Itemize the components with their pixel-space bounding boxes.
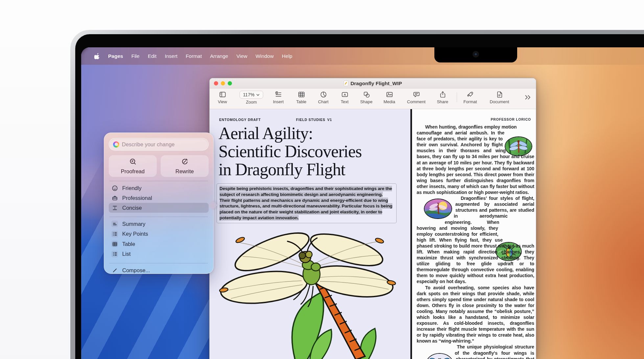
toolbar-media-button[interactable]: Media	[378, 91, 401, 104]
concise-icon	[111, 204, 118, 211]
document-page-left: ENTOMOLOGY DRAFT FIELD STUDIES V1 Aerial…	[210, 109, 410, 359]
menu-item-help[interactable]: Help	[282, 53, 292, 59]
comment-bubble-icon	[413, 91, 420, 98]
pages-window: Dragonfly Flight_WIP View 117% Zoom	[209, 78, 536, 359]
menu-item-friendly[interactable]: Friendly	[109, 183, 209, 193]
toolbar-format-button[interactable]: Format	[458, 91, 482, 104]
menu-item-concise[interactable]: Concise	[109, 203, 209, 213]
toolbar-zoom-control[interactable]: 117% Zoom	[237, 91, 265, 105]
summary-icon	[111, 221, 118, 227]
table-icon	[298, 91, 305, 98]
compose-pencil-icon	[111, 267, 118, 274]
menu-bar: Pages File Edit Insert Format Arrange Vi…	[81, 47, 644, 65]
table-grid-icon	[111, 241, 118, 247]
article-headline: Aerial Agility: Scientific Discoveries i…	[218, 124, 402, 179]
bulleted-list-icon	[111, 231, 118, 237]
list-icon	[111, 251, 118, 257]
rewrite-button[interactable]: Rewrite	[161, 155, 209, 177]
proofread-icon	[129, 157, 137, 167]
toolbar-chart-button[interactable]: Chart	[311, 91, 335, 104]
fullscreen-button[interactable]	[228, 81, 232, 85]
close-button[interactable]	[214, 81, 218, 85]
dragonfly-sunset-photo	[424, 199, 452, 219]
window-title: Dragonfly Flight_WIP	[351, 81, 402, 86]
briefcase-icon	[111, 195, 118, 201]
toolbar-document-button[interactable]: Document	[488, 91, 511, 104]
camera-icon	[472, 51, 479, 58]
minimize-button[interactable]	[221, 81, 225, 85]
menu-item-window[interactable]: Window	[256, 53, 274, 59]
insert-icon	[275, 91, 282, 98]
pie-chart-icon	[320, 91, 327, 98]
menu-item-insert[interactable]: Insert	[165, 53, 177, 59]
byline: PROFESSOR LORICO	[417, 117, 532, 121]
menu-item-edit[interactable]: Edit	[148, 53, 157, 59]
view-sidebar-icon	[219, 91, 226, 98]
toolbar-text-button[interactable]: A Text	[333, 91, 356, 104]
toolbar-shape-button[interactable]: Shape	[355, 91, 378, 104]
svg-text:A: A	[343, 93, 346, 96]
menu-item-app[interactable]: Pages	[108, 53, 123, 59]
toolbar: View 117% Zoom Insert	[210, 88, 536, 109]
body-paragraph: To avoid overheating, some species also …	[417, 285, 534, 344]
menu-item-compose[interactable]: Compose...	[109, 265, 209, 275]
toolbar-comment-button[interactable]: Comment	[404, 91, 428, 104]
selected-paragraph[interactable]: Despite being prehistoric insects, drago…	[217, 183, 397, 223]
dragonfly-photo-green	[505, 136, 532, 156]
describe-change-input[interactable]	[122, 141, 204, 148]
photo-icon	[386, 91, 393, 98]
window-title-bar[interactable]: Dragonfly Flight_WIP	[210, 78, 536, 88]
body-paragraph: When hunting, dragonflies employ motion …	[417, 124, 534, 195]
menu-item-professional[interactable]: Professional	[109, 193, 209, 203]
paintbrush-icon	[467, 91, 474, 98]
popup-divider	[109, 181, 208, 181]
more-toolbar-items-icon[interactable]	[523, 94, 532, 102]
menu-item-view[interactable]: View	[236, 53, 247, 59]
menu-item-arrange[interactable]: Arrange	[210, 53, 228, 59]
document-file-icon	[344, 81, 348, 86]
menu-item-summary[interactable]: Summary	[109, 219, 209, 229]
toolbar-insert-button[interactable]: Insert	[266, 91, 290, 104]
writing-tools-popup: Proofread Rewrite Friendly	[104, 132, 214, 274]
butterfly-photo	[426, 353, 453, 359]
share-icon	[439, 91, 447, 98]
display-notch	[434, 47, 517, 62]
menu-item-key-points[interactable]: Key Points	[109, 229, 209, 239]
smiley-icon	[111, 185, 118, 191]
rewrite-icon	[181, 157, 189, 167]
document-canvas: ENTOMOLOGY DRAFT FIELD STUDIES V1 Aerial…	[210, 109, 536, 359]
toolbar-separator	[457, 92, 457, 102]
chevron-down-icon	[256, 94, 260, 96]
zoom-value-button[interactable]: 117%	[240, 91, 264, 99]
document-icon	[496, 91, 503, 98]
text-box-icon: A	[341, 91, 349, 98]
kicker-field-studies: FIELD STUDIES	[296, 118, 325, 122]
article-body-column: When hunting, dragonflies employ motion …	[417, 124, 534, 359]
kicker-version: V1	[327, 118, 332, 122]
kicker-entomology: ENTOMOLOGY DRAFT	[219, 118, 261, 122]
popup-divider	[109, 217, 208, 217]
apple-menu-icon[interactable]	[94, 53, 100, 60]
toolbar-table-button[interactable]: Table	[289, 91, 313, 104]
proofread-button[interactable]: Proofread	[109, 155, 157, 177]
body-paragraph: The unique physiological structure of th…	[417, 344, 534, 359]
menu-item-table[interactable]: Table	[109, 239, 209, 249]
describe-change-field[interactable]	[109, 138, 209, 151]
popup-divider	[109, 263, 208, 263]
menu-item-file[interactable]: File	[131, 53, 140, 59]
menu-item-format[interactable]: Format	[186, 53, 202, 59]
shapes-icon	[363, 91, 370, 98]
menu-item-list[interactable]: List	[109, 249, 209, 259]
toolbar-view-button[interactable]: View	[211, 91, 234, 104]
dragonfly-illustration	[211, 225, 408, 359]
body-paragraph: Dragonflies’ four styles of flight, augm…	[417, 195, 534, 284]
apple-intelligence-icon	[113, 141, 119, 148]
document-page-right: PROFESSOR LORICO	[412, 109, 536, 359]
toolbar-share-button[interactable]: Share	[431, 91, 454, 104]
